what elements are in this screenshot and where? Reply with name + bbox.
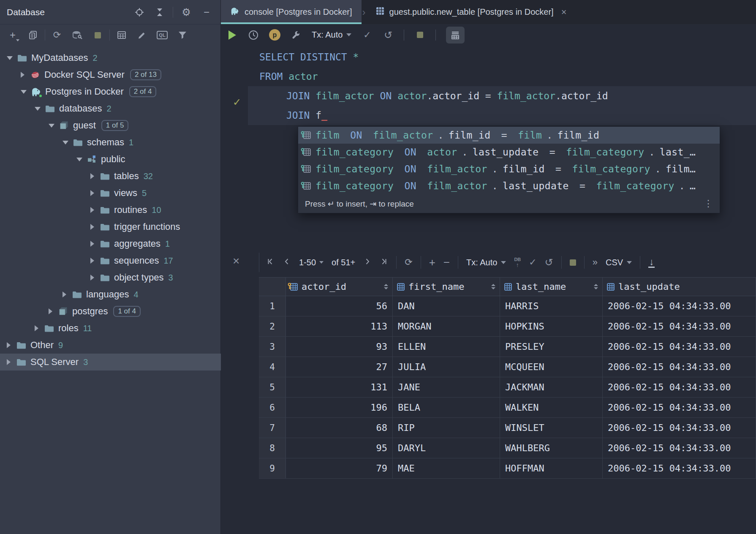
tree-item-sequences[interactable]: sequences17 bbox=[0, 252, 221, 269]
row-number[interactable]: 4 bbox=[259, 357, 286, 377]
row-number[interactable]: 1 bbox=[259, 296, 286, 316]
sort-arrows-icon[interactable] bbox=[491, 284, 495, 289]
cell-last-name[interactable]: HOFFMAN bbox=[500, 458, 603, 478]
row-number[interactable]: 8 bbox=[259, 438, 286, 458]
add-row-icon[interactable]: + bbox=[429, 257, 435, 268]
chevron-collapsed-icon[interactable] bbox=[90, 275, 95, 281]
cell-last-update[interactable]: 2006-02-15 04:34:33.00 bbox=[603, 357, 756, 377]
completion-item-1[interactable]: film ON film_actor.film_id = film.film_i… bbox=[298, 127, 720, 144]
chevron-collapsed-icon[interactable] bbox=[90, 190, 95, 196]
stop-icon[interactable] bbox=[89, 27, 106, 43]
tab-new-table[interactable]: guest.public.new_table [Postgres in Dock… bbox=[367, 0, 576, 24]
row-number[interactable]: 7 bbox=[259, 418, 286, 438]
row-number[interactable]: 6 bbox=[259, 398, 286, 417]
tree-item-routines[interactable]: routines10 bbox=[0, 202, 221, 218]
chevron-collapsed-icon[interactable] bbox=[90, 224, 95, 230]
column-header-last-name[interactable]: last_name bbox=[500, 278, 603, 296]
page-range-dropdown[interactable]: 1-50 bbox=[299, 258, 324, 267]
last-page-icon[interactable] bbox=[380, 257, 388, 267]
sql-editor[interactable]: ✓ SELECT DISTINCT *FROM actorJOIN film_a… bbox=[221, 46, 756, 125]
cell-last-update[interactable]: 2006-02-15 04:34:33.00 bbox=[603, 438, 756, 458]
tree-item-mydatabases[interactable]: MyDatabases2 bbox=[0, 49, 221, 66]
cell-actor-id[interactable]: 93 bbox=[286, 337, 393, 357]
cell-first-name[interactable]: ELLEN bbox=[393, 337, 500, 357]
refresh-icon[interactable]: ⟳ bbox=[49, 27, 65, 43]
chevron-expanded-icon[interactable] bbox=[49, 124, 54, 128]
collapse-all-icon[interactable] bbox=[152, 5, 167, 19]
jump-to-console-icon[interactable]: QL bbox=[154, 27, 171, 43]
chevron-collapsed-icon[interactable] bbox=[21, 72, 26, 78]
row-number[interactable]: 3 bbox=[259, 337, 286, 357]
rollback-icon[interactable]: ↺ bbox=[545, 256, 553, 268]
chevron-collapsed-icon[interactable] bbox=[35, 325, 40, 331]
chevron-expanded-icon[interactable] bbox=[63, 141, 68, 144]
hidden-tabs-chevron-icon[interactable]: › bbox=[362, 6, 367, 18]
cell-last-name[interactable]: JACKMAN bbox=[500, 377, 603, 397]
tree-item-guest[interactable]: guest1 of 5 bbox=[0, 117, 221, 134]
column-header-actor-id[interactable]: actor_id bbox=[286, 278, 393, 296]
chevron-collapsed-icon[interactable] bbox=[63, 292, 68, 297]
wrench-icon[interactable] bbox=[291, 27, 302, 43]
tx-mode-dropdown[interactable]: Tx: Auto bbox=[312, 30, 351, 40]
tree-item-databases[interactable]: databases2 bbox=[0, 100, 221, 117]
in-editor-results-toggle[interactable] bbox=[446, 27, 465, 44]
close-results-icon[interactable]: × bbox=[233, 254, 239, 268]
chevron-expanded-icon[interactable] bbox=[76, 158, 82, 161]
history-clock-icon[interactable] bbox=[248, 27, 259, 43]
tree-item-object-types[interactable]: object types3 bbox=[0, 269, 221, 286]
cell-last-update[interactable]: 2006-02-15 04:34:33.00 bbox=[603, 377, 756, 397]
kebab-menu-icon[interactable]: ⋮ bbox=[704, 198, 713, 209]
tree-item-trigger-functions[interactable]: trigger functions bbox=[0, 218, 221, 235]
stop-icon[interactable] bbox=[414, 27, 425, 43]
cell-last-update[interactable]: 2006-02-15 04:34:33.00 bbox=[603, 337, 756, 357]
dialect-badge[interactable]: p bbox=[269, 27, 280, 43]
row-number[interactable]: 5 bbox=[259, 377, 286, 397]
cell-last-name[interactable]: HOPKINS bbox=[500, 316, 603, 336]
chevron-collapsed-icon[interactable] bbox=[7, 359, 12, 365]
delete-row-icon[interactable]: − bbox=[443, 257, 450, 268]
hide-panel-icon[interactable]: − bbox=[199, 5, 214, 19]
cell-last-update[interactable]: 2006-02-15 04:34:33.00 bbox=[603, 398, 756, 417]
cell-last-name[interactable]: WINSLET bbox=[500, 418, 603, 438]
cell-last-name[interactable]: WAHLBERG bbox=[500, 438, 603, 458]
commit-icon[interactable]: ✓ bbox=[529, 257, 536, 268]
cell-last-name[interactable]: WALKEN bbox=[500, 398, 603, 417]
close-tab-icon[interactable]: × bbox=[561, 7, 567, 18]
tx-mode-dropdown[interactable]: Tx: Auto bbox=[466, 258, 506, 267]
cell-actor-id[interactable]: 79 bbox=[286, 458, 393, 478]
cell-actor-id[interactable]: 113 bbox=[286, 316, 393, 336]
tree-item-postgres[interactable]: postgres1 of 4 bbox=[0, 303, 221, 320]
column-header-first-name[interactable]: first_name bbox=[393, 278, 500, 296]
tree-item-docker-sql-server[interactable]: Docker SQL Server2 of 13 bbox=[0, 66, 221, 83]
cell-actor-id[interactable]: 131 bbox=[286, 377, 393, 397]
tree-item-sql-server[interactable]: SQL Server3 bbox=[0, 354, 221, 371]
completion-item-3[interactable]: film_category ON film_actor.film_id = fi… bbox=[298, 161, 720, 177]
tree-item-aggregates[interactable]: aggregates1 bbox=[0, 235, 221, 252]
cell-actor-id[interactable]: 95 bbox=[286, 438, 393, 458]
tree-item-roles[interactable]: roles11 bbox=[0, 320, 221, 337]
data-source-properties-icon[interactable] bbox=[69, 27, 86, 43]
cell-actor-id[interactable]: 27 bbox=[286, 357, 393, 377]
edit-pencil-icon[interactable] bbox=[133, 27, 150, 43]
tree-item-schemas[interactable]: schemas1 bbox=[0, 134, 221, 151]
reload-data-icon[interactable]: ⟳ bbox=[405, 257, 412, 268]
chevron-expanded-icon[interactable] bbox=[21, 90, 27, 94]
new-item-button[interactable]: + bbox=[4, 27, 21, 43]
cell-last-update[interactable]: 2006-02-15 04:34:33.00 bbox=[603, 296, 756, 316]
chevron-expanded-icon[interactable] bbox=[35, 107, 41, 111]
cell-first-name[interactable]: DAN bbox=[393, 296, 500, 316]
filter-icon[interactable] bbox=[174, 27, 191, 43]
cell-first-name[interactable]: BELA bbox=[393, 398, 500, 417]
cell-first-name[interactable]: DARYL bbox=[393, 438, 500, 458]
previous-page-icon[interactable] bbox=[283, 257, 291, 267]
column-header-last-update[interactable]: last_update bbox=[603, 278, 756, 296]
tree-item-postgres-in-docker[interactable]: Postgres in Docker2 of 4 bbox=[0, 83, 221, 100]
tree-item-other[interactable]: Other9 bbox=[0, 337, 221, 354]
locate-object-icon[interactable] bbox=[132, 5, 147, 19]
cell-last-name[interactable]: HARRIS bbox=[500, 296, 603, 316]
cell-first-name[interactable]: JANE bbox=[393, 377, 500, 397]
submit-to-db-icon[interactable]: DB↑ bbox=[514, 257, 521, 268]
cell-actor-id[interactable]: 196 bbox=[286, 398, 393, 417]
chevron-expanded-icon[interactable] bbox=[7, 56, 13, 60]
completion-item-2[interactable]: film_category ON actor.last_update = fil… bbox=[298, 144, 720, 161]
